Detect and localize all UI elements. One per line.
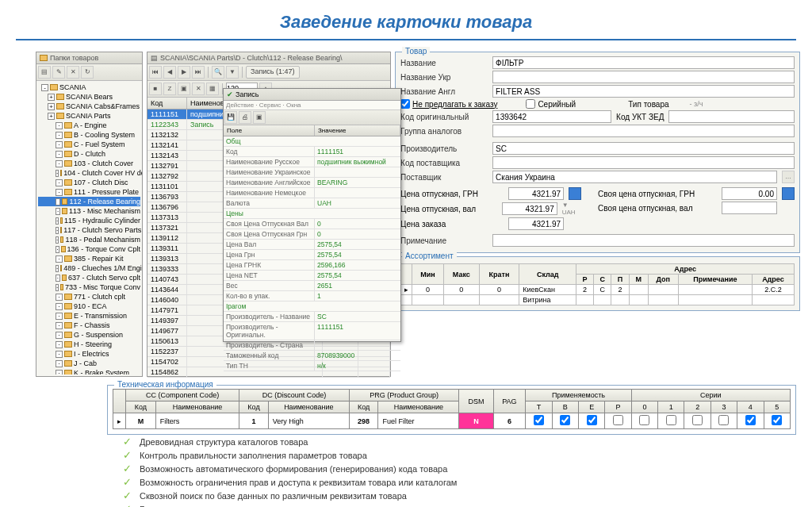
group-input[interactable]	[492, 125, 795, 137]
tree-item[interactable]: ·111 - Pressure Plate	[38, 187, 140, 197]
supplier-code-input[interactable]	[492, 156, 795, 169]
supplier-lookup-icon[interactable]: …	[782, 171, 795, 183]
tree-item[interactable]: ·J - Cab	[38, 359, 140, 368]
tree-header: Папки товаров	[50, 54, 98, 62]
tb-edit-icon[interactable]: ✎	[52, 66, 65, 79]
action-g-icon[interactable]: ▦	[206, 83, 219, 95]
tech-info-fieldset: Техническая информация CC (Component Cod…	[107, 385, 796, 435]
nav-first-icon[interactable]: ⏮	[149, 66, 162, 79]
bullet-item: ✓Контроль правильности заполнения параме…	[123, 448, 788, 462]
action-z-icon[interactable]: Z	[163, 83, 176, 95]
tree-item[interactable]: ·F - Chassis	[38, 321, 140, 330]
serial-checkbox[interactable]	[526, 99, 535, 109]
list-panel: ▤SCANIA\SCANIA Parts\D - Clutch\112 - Re…	[147, 52, 391, 377]
tree-item[interactable]: ·C - Fuel System	[38, 140, 140, 149]
bullet-item: ✓Сквозной поиск по базе данных по различ…	[123, 489, 788, 502]
tree-item[interactable]: ·115 - Hydraulic Cylinder	[38, 216, 140, 225]
detail-grid: ОбщКод1111151Наименование Русскоеподшипн…	[224, 136, 400, 371]
tech-info-grid[interactable]: CC (Component Code) DC (Discount Code) P…	[113, 389, 791, 429]
price-order-input[interactable]	[508, 217, 564, 230]
price-uah-input[interactable]	[508, 187, 564, 200]
catalog-tree[interactable]: -SCANIA+SCANIA Bears+SCANIA Cabs&Frames+…	[36, 81, 142, 374]
dtl-save-icon[interactable]: 💾	[224, 111, 237, 124]
tree-item[interactable]: ·637 - Clutch Servo cplt	[38, 273, 140, 282]
tb-del-icon[interactable]: ✕	[67, 66, 79, 79]
tree-panel: Папки товаров ▤ ✎ ✕ ↻ -SCANIA+SCANIA Bea…	[36, 52, 143, 377]
ukt-input[interactable]	[668, 110, 795, 123]
tree-item[interactable]: ·118 - Pedal Mechanism	[38, 235, 140, 244]
tree-item[interactable]: ·771 - Clutch cplt	[38, 292, 140, 302]
action-d-icon[interactable]: ▣	[178, 83, 190, 95]
supplier-input[interactable]	[492, 171, 777, 183]
price-val-input[interactable]	[502, 202, 557, 215]
tree-item[interactable]: ·E - Transmission	[38, 311, 140, 321]
own-price-edit-icon[interactable]	[782, 187, 795, 200]
list-header: SCANIA\SCANIA Parts\D - Clutch\112 - Rel…	[160, 54, 343, 62]
name-input[interactable]	[492, 56, 795, 69]
action-a-icon[interactable]: ■	[149, 83, 162, 95]
tree-item[interactable]: ·117 - Clutch Servo Parts	[38, 225, 140, 235]
feature-bullets: ✓Древовидная структура каталогов товара✓…	[123, 435, 788, 507]
bullet-item: ✓Возможность автоматического формировани…	[123, 462, 788, 475]
bullet-item: ✓Возможность ограничения прав и доступа …	[123, 475, 788, 489]
tree-item[interactable]: ·B - Cooling System	[38, 130, 140, 140]
no-offer-checkbox[interactable]	[400, 99, 410, 109]
tree-item[interactable]: ·489 - Clueches 1/M Engine	[38, 263, 140, 273]
page-title: Заведение карточки товара	[16, 0, 796, 40]
detail-title: Запись	[236, 90, 259, 98]
filter-icon[interactable]: ▼	[226, 66, 239, 79]
name-ukr-input[interactable]	[492, 71, 795, 83]
maker-input[interactable]	[492, 142, 795, 155]
nav-next-icon[interactable]: ▶	[178, 66, 190, 79]
col-code[interactable]: Код	[147, 98, 187, 109]
assortment-grid[interactable]: МинМаксКратн Склад Адрес РСПМДопПримечан…	[400, 263, 795, 305]
nav-last-icon[interactable]: ⏭	[192, 66, 205, 79]
tree-item[interactable]: ·G - Suspension	[38, 330, 140, 340]
tree-item[interactable]: ·A - Engine	[38, 121, 140, 130]
search-icon[interactable]: 🔍	[212, 66, 224, 79]
tree-item[interactable]: ·910 - ECA	[38, 302, 140, 311]
note-input[interactable]	[492, 234, 795, 247]
dtl-copy-icon[interactable]: ▣	[253, 111, 266, 124]
tree-item[interactable]: ·I - Electrics	[38, 349, 140, 359]
price-edit-icon[interactable]	[569, 187, 581, 200]
tb-refresh-icon[interactable]: ↻	[81, 66, 94, 79]
tree-item[interactable]: ·385 - Repair Kit	[38, 254, 140, 263]
dtl-print-icon[interactable]: 🖨	[239, 111, 251, 124]
record-indicator: Запись (1:47)	[246, 66, 300, 79]
tb-new-icon[interactable]: ▤	[38, 66, 51, 79]
nav-prev-icon[interactable]: ◀	[163, 66, 176, 79]
own-price-uah-input[interactable]	[722, 187, 777, 200]
bullet-item: ✓Древовидная структура каталогов товара	[123, 435, 788, 448]
tree-item[interactable]: ·107 - Clutch Disc	[38, 178, 140, 187]
tree-item[interactable]: ·136 - Torque Conv Cplt	[38, 244, 140, 254]
action-x-icon[interactable]: ✕	[192, 83, 205, 95]
assortment-fieldset: Ассортимент МинМаксКратн Склад Адрес РСП…	[395, 256, 800, 311]
own-price-val-input[interactable]	[722, 202, 777, 214]
tree-item[interactable]: ·K - Brake System	[38, 368, 140, 374]
tree-root[interactable]: -SCANIA	[38, 83, 140, 92]
product-fieldset: Товар Название Название Укр Название Анг…	[395, 52, 800, 253]
tree-item[interactable]: ·103 - Clutch Cover	[38, 159, 140, 168]
tree-item[interactable]: ·H - Steering	[38, 340, 140, 349]
tree-item[interactable]: ·113 - Misc Mechanism	[38, 206, 140, 216]
tree-item[interactable]: +SCANIA Bears	[38, 92, 140, 102]
bullet-item: ✓Возможность менять структуру справочник…	[123, 502, 788, 507]
tree-item[interactable]: ·104 - Clutch Cover HV dele	[38, 168, 140, 178]
tree-item[interactable]: +SCANIA Cabs&Frames	[38, 102, 140, 111]
code-orig-input[interactable]	[492, 110, 611, 123]
detail-popup: ✔Запись Действие · Сервис · Окна 💾 🖨 ▣ П…	[223, 88, 401, 342]
tree-item[interactable]: ·112 - Release Bearing	[38, 197, 140, 206]
tree-item[interactable]: ·733 - Misc Torque Conv	[38, 282, 140, 292]
tree-item[interactable]: +SCANIA Parts	[38, 111, 140, 121]
name-en-input[interactable]	[492, 85, 795, 98]
tree-item[interactable]: ·D - Clutch	[38, 149, 140, 159]
